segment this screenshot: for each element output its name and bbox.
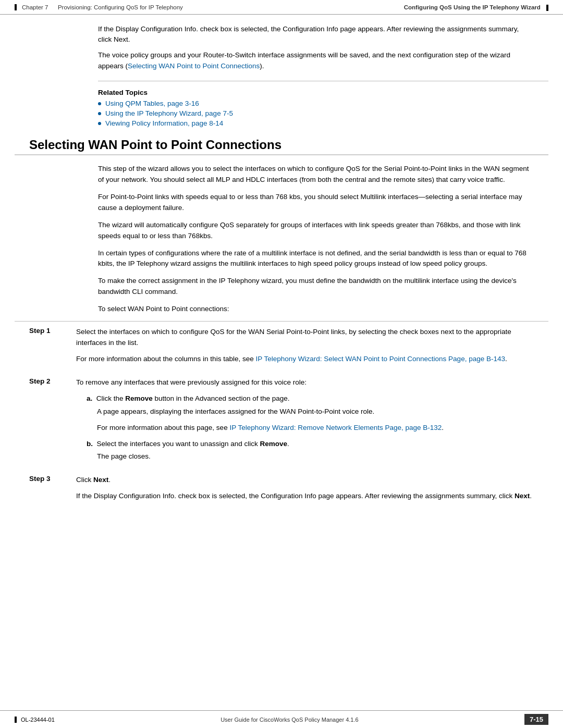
sub-step-a-letter: a. [87,394,92,402]
footer-doc-id: OL-23444-01 [21,717,55,723]
page-footer: OL-23444-01 User Guide for CiscoWorks Qo… [0,710,563,728]
footer-center: User Guide for CiscoWorks QoS Policy Man… [221,717,359,723]
page-header: Chapter 7 Provisioning: Configuring QoS … [0,0,563,15]
related-topics-title: Related Topics [98,89,548,96]
header-bar-icon [15,4,17,10]
sub-step-b-sub-content: The page closes. [97,451,534,462]
step-2-text: To remove any interfaces that were previ… [76,377,534,388]
related-topic-item-2: Using the IP Telephony Wizard, page 7-5 [98,109,548,117]
step-2-row: Step 2 To remove any interfaces that wer… [15,377,548,468]
sub-step-b-label: b. Select the interfaces you want to una… [87,440,289,448]
body-para-6: To select WAN Point to Point connections… [98,304,534,315]
body-para-4: In certain types of configurations where… [98,248,534,270]
body-section: This step of the wizard allows you to se… [98,164,534,315]
chapter-separator [52,4,55,10]
header-right: Configuring QoS Using the IP Telephony W… [404,4,548,11]
step-3-label: Step 3 [29,475,76,507]
body-para-3: The wizard will automatically configure … [98,220,534,242]
body-para-1: This step of the wizard allows you to se… [98,164,534,186]
related-topics-section: Related Topics Using QPM Tables, page 3-… [98,89,548,127]
bullet-icon-3 [98,122,101,125]
sub-step-b: b. Select the interfaces you want to una… [87,439,534,463]
next-bold-2: Next [515,492,530,500]
step-3-content: Click Next. If the Display Configuration… [76,475,534,507]
body-para-2: For Point-to-Point links with speeds equ… [98,192,534,214]
bullet-icon-1 [98,102,101,105]
step-2-label: Step 2 [29,377,76,468]
page: Chapter 7 Provisioning: Configuring QoS … [0,0,563,728]
sub-step-a-link[interactable]: IP Telephony Wizard: Remove Network Elem… [229,424,442,431]
sub-step-a: a. Click the Remove button in the Advanc… [87,393,534,434]
chapter-label: Chapter 7 [22,4,48,10]
steps-section: Step 1 Select the interfaces on which to… [15,321,548,507]
top-section: If the Display Configuration Info. check… [98,24,534,71]
related-topics-list: Using QPM Tables, page 3-16 Using the IP… [98,100,548,127]
footer-right: 7-15 [524,714,548,725]
related-topic-link-3[interactable]: Viewing Policy Information, page 8-14 [105,119,223,127]
step-3-note: If the Display Configuration Info. check… [76,491,534,502]
step-1-row: Step 1 Select the interfaces on which to… [15,327,548,370]
step-3-row: Step 3 Click Next. If the Display Config… [15,475,548,507]
chapter-title: Provisioning: Configuring QoS for IP Tel… [58,4,183,10]
related-topic-link-2[interactable]: Using the IP Telephony Wizard, page 7-5 [105,109,233,117]
related-topic-link-1[interactable]: Using QPM Tables, page 3-16 [105,100,199,107]
sub-step-a-sub-content: A page appears, displaying the interface… [97,406,534,434]
remove-bold-a: Remove [125,394,153,402]
bullet-icon-2 [98,112,101,115]
header-left: Chapter 7 Provisioning: Configuring QoS … [15,4,183,10]
step-3-click-next: Click Next. [76,475,534,486]
step-2-content: To remove any interfaces that were previ… [76,377,534,468]
top-para-2: The voice policy groups and your Router-… [98,50,534,71]
sub-step-a-page-appears: A page appears, displaying the interface… [97,406,534,417]
sub-step-a-label: a. Click the Remove button in the Advanc… [87,394,290,402]
step-1-label: Step 1 [29,327,76,370]
step-1-content: Select the interfaces on which to config… [76,327,534,370]
selecting-wan-link[interactable]: Selecting WAN Point to Point Connections [128,62,260,70]
footer-bar-icon [15,717,17,723]
remove-bold-b: Remove [260,440,287,448]
step-1-note: For more information about the columns i… [76,354,534,365]
header-right-bar-icon [546,5,548,11]
page-number: 7-15 [524,714,548,725]
sub-step-a-note: For more information about this page, se… [97,423,534,434]
body-para-5: To make the correct assignment in the IP… [98,276,534,298]
header-right-title: Configuring QoS Using the IP Telephony W… [404,4,541,10]
top-divider [98,81,548,81]
main-content: If the Display Configuration Info. check… [0,15,563,535]
sub-step-b-letter: b. [87,440,93,448]
related-topic-item-3: Viewing Policy Information, page 8-14 [98,119,548,127]
step-1-link[interactable]: IP Telephony Wizard: Select WAN Point to… [255,355,505,363]
step-1-text: Select the interfaces on which to config… [76,327,534,349]
top-para-1: If the Display Configuration Info. check… [98,24,534,45]
related-topic-item-1: Using QPM Tables, page 3-16 [98,100,548,107]
sub-step-b-page-closes: The page closes. [97,451,534,462]
section-heading: Selecting WAN Point to Point Connections [15,138,548,155]
footer-left: OL-23444-01 [15,717,55,723]
next-bold: Next [93,476,108,484]
